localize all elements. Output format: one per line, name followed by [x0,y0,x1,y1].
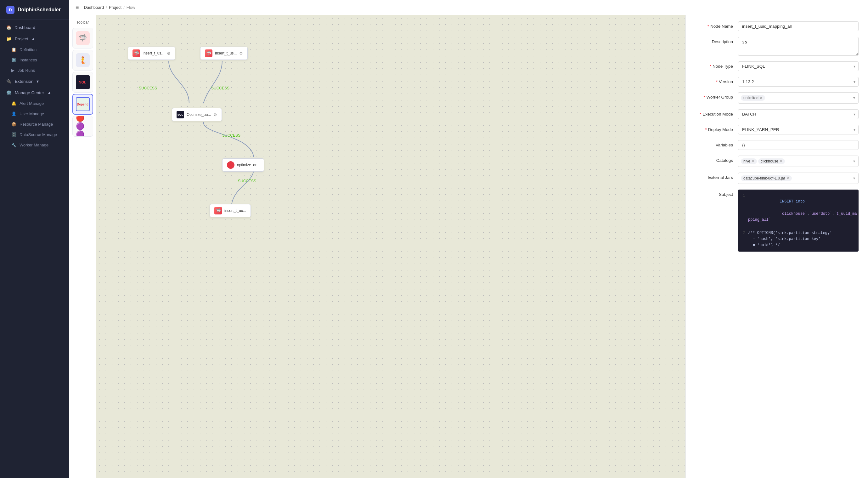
code-line-2: 2 /** OPTIONS('sink.partition-strategy' … [738,230,859,248]
node-type-select-wrapper: FLINK_SQL [738,61,859,71]
sidebar-instances-label: Instances [20,58,37,62]
sidebar-item-user-manage[interactable]: 👤 User Manage [0,109,69,119]
deploy-mode-select-wrapper: FLINK_YARN_PER [738,125,859,135]
subject-label: Subject [692,189,733,197]
form-row-description: Description ss [692,37,859,56]
sidebar-datasource-manage-label: DataSource Manage [20,132,57,137]
code-text-1: INSERT into `clickhouse`.`userdstb`.`t_u… [748,193,859,229]
sidebar-item-datasource-manage[interactable]: 🗄️ DataSource Manage [0,129,69,140]
description-textarea[interactable]: ss [738,37,859,56]
extension-icon: 🔌 [6,79,12,84]
toolbar-item-sql[interactable]: SQL [72,72,93,93]
code-text-2: /** OPTIONS('sink.partition-strategy' = … [748,230,832,248]
breadcrumb-dashboard[interactable]: Dashboard [84,5,104,10]
menu-icon[interactable]: ≡ [75,4,79,11]
toolbar-item-depend[interactable]: Depend [72,94,93,115]
flow-node-3[interactable]: SQL Optimize_uu... ⚙ [172,108,222,121]
flink-toolbar-icon: 🦈 [76,31,90,45]
catalogs-tag-input[interactable]: hive ✕ clickhouse ✕ [738,155,859,167]
flow-node-1-label: Insert_t_us... [143,51,164,55]
external-jar-label: datacube-flink-udf-1.0.jar [743,176,785,180]
deploy-mode-label: Deploy Mode [692,125,733,132]
code-editor[interactable]: 1 INSERT into `clickhouse`.`userdstb`.`t… [738,189,859,251]
flink-node-5-icon: 🦈 [214,207,222,214]
catalog-hive-close-icon[interactable]: ✕ [751,159,754,163]
flow-canvas[interactable]: 🦈 Insert_t_us... ⚙ 🦈 Insert_t_us... ⚙ SU… [96,15,685,478]
toolbar-item-drag[interactable]: 🧜 [72,50,93,70]
catalog-tag-clickhouse: clickhouse ✕ [758,158,785,164]
variables-input[interactable] [738,140,859,150]
line-num-1: 1 [738,193,748,229]
flow-node-1-gear-icon[interactable]: ⚙ [167,51,170,56]
external-jars-label: External Jars [692,173,733,180]
dot-node-4-icon [227,161,235,169]
form-row-subject: Subject 1 INSERT into `clickhouse`.`user… [692,189,859,251]
sidebar-item-worker-manage[interactable]: 🔧 Worker Manage [0,140,69,150]
right-panel: Node Name Description ss Node Type FLINK… [685,15,868,478]
cluster-toolbar-icon: 🔴🟣🟣 [76,119,90,133]
dashboard-icon: 🏠 [6,25,11,30]
job-runs-icon: ▶ [11,68,14,73]
version-select[interactable]: 1.13.2 [738,77,859,87]
form-row-version: Version 1.13.2 [692,77,859,87]
content-area: Toolbar 🦈 🧜 SQL Depend 🔴🟣🟣 [69,15,868,478]
external-jar-close-icon[interactable]: ✕ [786,176,789,180]
worker-manage-icon: 🔧 [11,143,17,147]
flow-node-2[interactable]: 🦈 Insert_t_us... ⚙ [200,47,248,60]
form-row-node-type: Node Type FLINK_SQL [692,61,859,71]
main-area: ≡ Dashboard / Project / Flow Toolbar 🦈 🧜… [69,0,868,478]
flow-node-3-gear-icon[interactable]: ⚙ [213,112,217,117]
worker-group-tag: unlimited ✕ [741,95,765,101]
sidebar-item-dashboard[interactable]: 🏠 Dashboard [0,22,69,33]
manage-center-icon: ⚙️ [6,90,12,95]
form-row-deploy-mode: Deploy Mode FLINK_YARN_PER [692,125,859,135]
sidebar-logo-text: DolphinScheduler [18,7,61,12]
sidebar: D DolphinScheduler 🏠 Dashboard 📁 Project… [0,0,69,478]
sql-node-3-icon: SQL [177,111,184,118]
node-name-input[interactable] [738,22,859,31]
sidebar-item-instances[interactable]: ⚙️ Instances [0,55,69,65]
edge-label-1: SUCCESS [139,86,157,90]
sidebar-group-manage-center[interactable]: ⚙️ Manage Center ▲ [0,87,69,98]
sidebar-alert-manage-label: Alert Manage [20,101,44,106]
catalogs-label: Catalogs [692,155,733,163]
toolbar-item-flink[interactable]: 🦈 [72,28,93,49]
sidebar-group-extension[interactable]: 🔌 Extension ▾ [0,76,69,87]
sidebar-item-definition[interactable]: 📋 Definition [0,44,69,55]
flow-node-3-label: Optimize_uu... [187,112,211,117]
sidebar-manage-center-label: Manage Center [15,90,44,95]
worker-group-tag-close-icon[interactable]: ✕ [760,96,763,100]
flow-node-2-gear-icon[interactable]: ⚙ [239,51,243,56]
execution-mode-label: Execution Mode [692,109,733,117]
toolbar-item-cluster[interactable]: 🔴🟣🟣 [72,116,93,137]
line-num-2: 2 [738,230,748,248]
flink-node-2-icon: 🦈 [205,50,212,57]
breadcrumb-project[interactable]: Project [109,5,122,10]
catalog-clickhouse-close-icon[interactable]: ✕ [780,159,782,163]
flow-node-5[interactable]: 🦈 insert_t_uu... [210,204,251,217]
extension-arrow-icon: ▾ [36,79,39,84]
definition-icon: 📋 [11,47,17,52]
sidebar-item-alert-manage[interactable]: 🔔 Alert Manage [0,98,69,109]
node-type-select[interactable]: FLINK_SQL [738,61,859,71]
external-jars-tag-input[interactable]: datacube-flink-udf-1.0.jar ✕ [738,173,859,184]
flow-node-1[interactable]: 🦈 Insert_t_us... ⚙ [128,47,175,60]
sidebar-user-manage-label: User Manage [20,112,44,116]
form-row-worker-group: Worker Group unlimited ✕ [692,92,859,103]
manage-center-arrow-icon: ▲ [47,90,51,95]
project-arrow-icon: ▲ [31,36,35,41]
worker-group-tag-input[interactable]: unlimited ✕ [738,92,859,103]
form-row-catalogs: Catalogs hive ✕ clickhouse ✕ [692,155,859,167]
execution-mode-select[interactable]: BATCH [738,109,859,119]
description-label: Description [692,37,733,44]
sidebar-group-project[interactable]: 📁 Project ▲ [0,33,69,44]
sidebar-item-resource-manage[interactable]: 📦 Resource Manage [0,119,69,129]
catalog-hive-label: hive [743,159,750,163]
deploy-mode-select[interactable]: FLINK_YARN_PER [738,125,859,135]
form-row-execution-mode: Execution Mode BATCH [692,109,859,119]
worker-group-label: Worker Group [692,92,733,99]
sidebar-item-job-runs[interactable]: ▶ Job Runs [0,65,69,76]
sql-toolbar-icon: SQL [76,75,90,89]
flow-node-4[interactable]: optimize_or... [222,158,264,172]
breadcrumb-sep-1: / [106,5,107,10]
